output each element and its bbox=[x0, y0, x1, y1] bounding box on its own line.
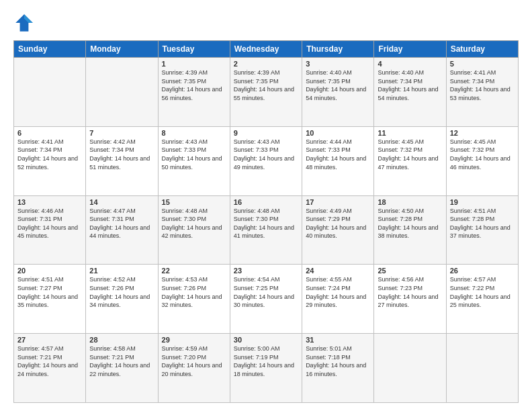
day-number: 21 bbox=[89, 267, 154, 275]
day-cell bbox=[446, 334, 518, 403]
day-number: 18 bbox=[378, 198, 442, 206]
day-number: 4 bbox=[378, 60, 442, 68]
weekday-header-row: SundayMondayTuesdayWednesdayThursdayFrid… bbox=[14, 41, 519, 58]
day-number: 15 bbox=[162, 198, 226, 206]
weekday-thursday: Thursday bbox=[302, 41, 374, 58]
day-info: Sunrise: 4:45 AM Sunset: 7:32 PM Dayligh… bbox=[450, 138, 515, 171]
day-number: 8 bbox=[162, 129, 226, 137]
day-cell: 12Sunrise: 4:45 AM Sunset: 7:32 PM Dayli… bbox=[446, 126, 518, 195]
day-cell bbox=[86, 58, 158, 127]
weekday-tuesday: Tuesday bbox=[158, 41, 230, 58]
day-info: Sunrise: 4:51 AM Sunset: 7:27 PM Dayligh… bbox=[17, 275, 82, 309]
day-info: Sunrise: 4:39 AM Sunset: 7:35 PM Dayligh… bbox=[162, 68, 226, 102]
day-number: 9 bbox=[234, 129, 298, 137]
day-cell: 20Sunrise: 4:51 AM Sunset: 7:27 PM Dayli… bbox=[14, 265, 86, 334]
day-info: Sunrise: 4:58 AM Sunset: 7:21 PM Dayligh… bbox=[89, 345, 154, 378]
day-number: 5 bbox=[450, 60, 515, 68]
day-number: 28 bbox=[89, 336, 154, 344]
day-cell: 4Sunrise: 4:40 AM Sunset: 7:34 PM Daylig… bbox=[374, 58, 446, 127]
day-info: Sunrise: 4:39 AM Sunset: 7:35 PM Dayligh… bbox=[234, 68, 298, 102]
day-number: 1 bbox=[162, 60, 226, 68]
day-cell: 5Sunrise: 4:41 AM Sunset: 7:34 PM Daylig… bbox=[446, 58, 518, 127]
day-info: Sunrise: 5:01 AM Sunset: 7:18 PM Dayligh… bbox=[306, 345, 370, 378]
day-number: 7 bbox=[89, 129, 154, 137]
day-info: Sunrise: 4:40 AM Sunset: 7:35 PM Dayligh… bbox=[306, 68, 370, 102]
week-row-4: 20Sunrise: 4:51 AM Sunset: 7:27 PM Dayli… bbox=[14, 265, 519, 334]
header bbox=[13, 12, 519, 34]
day-number: 19 bbox=[450, 198, 515, 206]
day-number: 31 bbox=[306, 336, 370, 344]
week-row-5: 27Sunrise: 4:57 AM Sunset: 7:21 PM Dayli… bbox=[14, 334, 519, 403]
day-number: 29 bbox=[162, 336, 226, 344]
day-cell: 6Sunrise: 4:41 AM Sunset: 7:34 PM Daylig… bbox=[14, 126, 86, 195]
day-number: 22 bbox=[162, 267, 226, 275]
day-info: Sunrise: 4:55 AM Sunset: 7:24 PM Dayligh… bbox=[306, 275, 370, 309]
day-number: 26 bbox=[450, 267, 515, 275]
day-info: Sunrise: 4:46 AM Sunset: 7:31 PM Dayligh… bbox=[17, 207, 82, 240]
day-number: 20 bbox=[17, 267, 82, 275]
day-number: 17 bbox=[306, 198, 370, 206]
day-info: Sunrise: 4:45 AM Sunset: 7:32 PM Dayligh… bbox=[378, 138, 442, 171]
day-cell: 14Sunrise: 4:47 AM Sunset: 7:31 PM Dayli… bbox=[86, 195, 158, 265]
day-cell bbox=[14, 58, 86, 127]
weekday-friday: Friday bbox=[374, 41, 446, 58]
day-cell: 16Sunrise: 4:48 AM Sunset: 7:30 PM Dayli… bbox=[230, 195, 302, 265]
day-number: 30 bbox=[234, 336, 298, 344]
day-info: Sunrise: 5:00 AM Sunset: 7:19 PM Dayligh… bbox=[234, 345, 298, 378]
day-number: 12 bbox=[450, 129, 515, 137]
day-number: 25 bbox=[378, 267, 442, 275]
day-cell: 3Sunrise: 4:40 AM Sunset: 7:35 PM Daylig… bbox=[302, 58, 374, 127]
day-cell: 9Sunrise: 4:43 AM Sunset: 7:33 PM Daylig… bbox=[230, 126, 302, 195]
day-cell: 29Sunrise: 4:59 AM Sunset: 7:20 PM Dayli… bbox=[158, 334, 230, 403]
day-number: 3 bbox=[306, 60, 370, 68]
day-number: 11 bbox=[378, 129, 442, 137]
logo-icon bbox=[13, 12, 35, 34]
day-info: Sunrise: 4:41 AM Sunset: 7:34 PM Dayligh… bbox=[17, 138, 82, 171]
day-info: Sunrise: 4:40 AM Sunset: 7:34 PM Dayligh… bbox=[378, 68, 442, 102]
day-cell: 8Sunrise: 4:43 AM Sunset: 7:33 PM Daylig… bbox=[158, 126, 230, 195]
day-info: Sunrise: 4:49 AM Sunset: 7:29 PM Dayligh… bbox=[306, 207, 370, 240]
day-number: 14 bbox=[89, 198, 154, 206]
day-cell: 28Sunrise: 4:58 AM Sunset: 7:21 PM Dayli… bbox=[86, 334, 158, 403]
day-info: Sunrise: 4:57 AM Sunset: 7:22 PM Dayligh… bbox=[450, 275, 515, 309]
day-cell: 21Sunrise: 4:52 AM Sunset: 7:26 PM Dayli… bbox=[86, 265, 158, 334]
day-number: 27 bbox=[17, 336, 82, 344]
week-row-1: 1Sunrise: 4:39 AM Sunset: 7:35 PM Daylig… bbox=[14, 58, 519, 127]
day-info: Sunrise: 4:51 AM Sunset: 7:28 PM Dayligh… bbox=[450, 207, 515, 240]
day-info: Sunrise: 4:44 AM Sunset: 7:33 PM Dayligh… bbox=[306, 138, 370, 171]
day-info: Sunrise: 4:56 AM Sunset: 7:23 PM Dayligh… bbox=[378, 275, 442, 309]
day-cell: 24Sunrise: 4:55 AM Sunset: 7:24 PM Dayli… bbox=[302, 265, 374, 334]
day-info: Sunrise: 4:57 AM Sunset: 7:21 PM Dayligh… bbox=[17, 345, 82, 378]
logo bbox=[13, 12, 38, 34]
day-info: Sunrise: 4:43 AM Sunset: 7:33 PM Dayligh… bbox=[234, 138, 298, 171]
day-cell: 27Sunrise: 4:57 AM Sunset: 7:21 PM Dayli… bbox=[14, 334, 86, 403]
day-info: Sunrise: 4:43 AM Sunset: 7:33 PM Dayligh… bbox=[162, 138, 226, 171]
day-info: Sunrise: 4:47 AM Sunset: 7:31 PM Dayligh… bbox=[89, 207, 154, 240]
day-cell: 23Sunrise: 4:54 AM Sunset: 7:25 PM Dayli… bbox=[230, 265, 302, 334]
day-number: 24 bbox=[306, 267, 370, 275]
day-cell: 22Sunrise: 4:53 AM Sunset: 7:26 PM Dayli… bbox=[158, 265, 230, 334]
day-number: 23 bbox=[234, 267, 298, 275]
day-cell: 17Sunrise: 4:49 AM Sunset: 7:29 PM Dayli… bbox=[302, 195, 374, 265]
weekday-wednesday: Wednesday bbox=[230, 41, 302, 58]
week-row-3: 13Sunrise: 4:46 AM Sunset: 7:31 PM Dayli… bbox=[14, 195, 519, 265]
day-info: Sunrise: 4:48 AM Sunset: 7:30 PM Dayligh… bbox=[162, 207, 226, 240]
week-row-2: 6Sunrise: 4:41 AM Sunset: 7:34 PM Daylig… bbox=[14, 126, 519, 195]
day-cell: 31Sunrise: 5:01 AM Sunset: 7:18 PM Dayli… bbox=[302, 334, 374, 403]
day-number: 13 bbox=[17, 198, 82, 206]
day-cell: 11Sunrise: 4:45 AM Sunset: 7:32 PM Dayli… bbox=[374, 126, 446, 195]
day-info: Sunrise: 4:52 AM Sunset: 7:26 PM Dayligh… bbox=[89, 275, 154, 309]
day-cell: 26Sunrise: 4:57 AM Sunset: 7:22 PM Dayli… bbox=[446, 265, 518, 334]
day-info: Sunrise: 4:48 AM Sunset: 7:30 PM Dayligh… bbox=[234, 207, 298, 240]
day-cell: 1Sunrise: 4:39 AM Sunset: 7:35 PM Daylig… bbox=[158, 58, 230, 127]
day-cell: 18Sunrise: 4:50 AM Sunset: 7:28 PM Dayli… bbox=[374, 195, 446, 265]
calendar-table: SundayMondayTuesdayWednesdayThursdayFrid… bbox=[13, 40, 519, 403]
day-cell: 19Sunrise: 4:51 AM Sunset: 7:28 PM Dayli… bbox=[446, 195, 518, 265]
day-info: Sunrise: 4:42 AM Sunset: 7:34 PM Dayligh… bbox=[89, 138, 154, 171]
day-cell: 2Sunrise: 4:39 AM Sunset: 7:35 PM Daylig… bbox=[230, 58, 302, 127]
weekday-saturday: Saturday bbox=[446, 41, 518, 58]
day-info: Sunrise: 4:59 AM Sunset: 7:20 PM Dayligh… bbox=[162, 345, 226, 378]
day-cell bbox=[374, 334, 446, 403]
day-cell: 30Sunrise: 5:00 AM Sunset: 7:19 PM Dayli… bbox=[230, 334, 302, 403]
day-cell: 7Sunrise: 4:42 AM Sunset: 7:34 PM Daylig… bbox=[86, 126, 158, 195]
